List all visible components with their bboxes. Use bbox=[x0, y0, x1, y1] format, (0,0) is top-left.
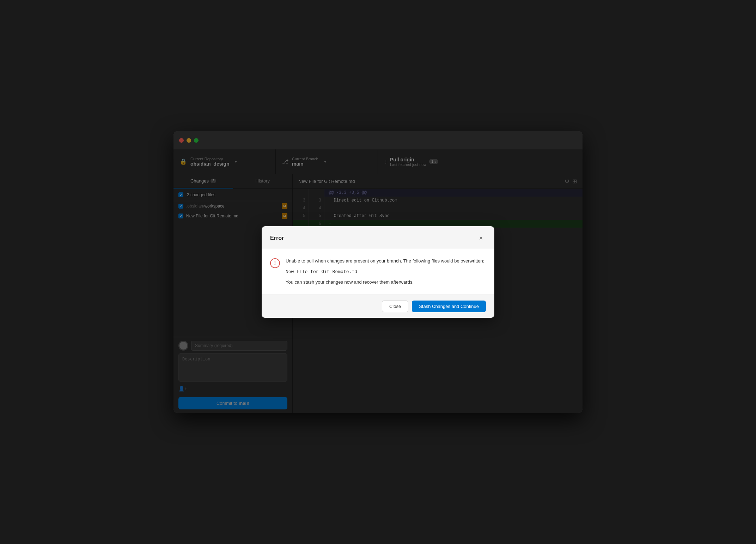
dialog-header: Error × bbox=[262, 226, 494, 249]
dialog-message-line1: Unable to pull when changes are present … bbox=[286, 258, 484, 265]
error-dialog: Error × ! Unable to pull when changes ar… bbox=[262, 226, 494, 318]
stash-changes-button[interactable]: Stash Changes and Continue bbox=[412, 301, 486, 312]
dialog-footer: Close Stash Changes and Continue bbox=[262, 295, 494, 318]
close-button[interactable]: Close bbox=[382, 301, 408, 312]
dialog-close-button[interactable]: × bbox=[476, 233, 486, 243]
dialog-text: Unable to pull when changes are present … bbox=[286, 258, 484, 286]
dialog-overlay: Error × ! Unable to pull when changes ar… bbox=[173, 131, 583, 413]
error-icon: ! bbox=[270, 258, 280, 268]
dialog-error-row: ! Unable to pull when changes are presen… bbox=[270, 258, 486, 286]
dialog-message-line2: You can stash your changes now and recov… bbox=[286, 279, 484, 286]
dialog-filename: New File for Git Remote.md bbox=[286, 269, 484, 274]
dialog-title: Error bbox=[270, 235, 284, 241]
app-window: 🔒 Current Repository obsidian_design ▾ ⎇… bbox=[173, 131, 583, 413]
dialog-body: ! Unable to pull when changes are presen… bbox=[262, 249, 494, 295]
